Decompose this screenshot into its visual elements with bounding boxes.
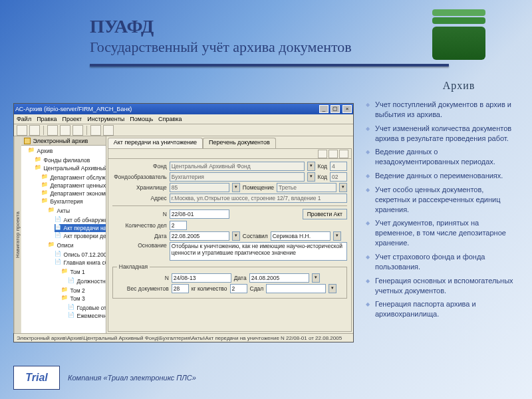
tab-act[interactable]: Акт передачи на уничтожение: [108, 138, 203, 148]
menu-edit[interactable]: Правка: [37, 116, 57, 122]
tree-node-root[interactable]: Архив: [28, 147, 106, 155]
tree-node[interactable]: Том 1: [61, 268, 106, 276]
panel-button[interactable]: [318, 150, 327, 158]
toolbar-button[interactable]: [47, 125, 58, 136]
tree-item[interactable]: Акт проверки дел фонда N 24-08/01 от 24.…: [55, 232, 106, 240]
fobr-label: Фондообразователь: [112, 174, 167, 180]
workspace: Навигатор проекта Электронный архив Архи…: [14, 136, 353, 333]
tree-header: Электронный архив: [21, 136, 106, 146]
tree-item[interactable]: Должностная инструкция Главного бухгалте…: [68, 277, 106, 285]
addr-input: г.Москва, ул.Открытое шоссе, строение 12…: [170, 194, 347, 203]
osn-input[interactable]: Отобраны к уничтожению, как не имеющие н…: [170, 242, 347, 261]
menu-project[interactable]: Проект: [63, 116, 82, 122]
panel-button[interactable]: [329, 150, 338, 158]
nakl-n-label: N: [117, 275, 169, 281]
tree-node-akty[interactable]: Акты: [48, 207, 106, 215]
bullet: Учет страхового фонда и фонда пользовани…: [366, 252, 519, 272]
qty-input[interactable]: 2: [170, 221, 187, 230]
tree-node[interactable]: Том 3: [61, 295, 106, 303]
ves-unit: кг количество: [192, 285, 227, 292]
panel-button[interactable]: [339, 150, 348, 158]
tree-node[interactable]: Бухгалтерия: [41, 198, 106, 205]
close-button[interactable]: ×: [342, 105, 352, 113]
tree-item[interactable]: Опись 07.12.2005: [55, 251, 106, 259]
form-panel: Фонд Центральный Архивный Фонд ▾ Код 4 Ф…: [108, 148, 352, 332]
toolbar-button[interactable]: [60, 125, 70, 136]
menu-help[interactable]: Помощь: [130, 116, 153, 122]
tree-item-selected[interactable]: Акт передачи на уничтожение N 22/08-01 о…: [55, 224, 106, 232]
maximize-button[interactable]: ▢: [331, 105, 340, 113]
ves-qty-input[interactable]: 2: [230, 284, 247, 293]
bullet: Учет поступлений документов в архив и вы…: [366, 100, 519, 120]
slide-subtitle: Государственный учёт архива документов: [90, 39, 449, 56]
tree-item[interactable]: Годовые отчеты по выплатам налогов в бюд…: [68, 304, 106, 312]
bullet: Ведение данных о незадокументированных п…: [366, 147, 519, 167]
nakl-n-input[interactable]: 24/08-13: [172, 273, 231, 283]
archive-logo-label: Архив: [426, 80, 492, 92]
addr-label: Адрес: [112, 195, 167, 201]
calendar-icon[interactable]: ▾: [312, 273, 320, 283]
folder-icon: [24, 138, 31, 144]
toolbar-button[interactable]: [72, 125, 83, 136]
nakl-legend: Накладная: [117, 263, 150, 270]
tree-node-opisi[interactable]: Описи: [48, 241, 106, 249]
window-controls: _ ▢ ×: [319, 105, 352, 113]
content-panel: Акт передачи на уничтожение Перечень док…: [106, 136, 353, 333]
pom-input[interactable]: Третье: [277, 183, 336, 192]
window-titlebar[interactable]: АС-Архив (itipio-server/FIRM_ARCH_Банк) …: [14, 104, 353, 114]
tree-node[interactable]: Фонды филиалов: [35, 156, 106, 164]
calendar-icon[interactable]: ▾: [232, 231, 240, 241]
menu-file[interactable]: Файл: [17, 116, 31, 122]
kod2-input[interactable]: 02: [330, 172, 347, 182]
dropdown-icon[interactable]: ▾: [307, 162, 315, 171]
dropdown-icon[interactable]: ▾: [339, 183, 347, 192]
tree-item[interactable]: Ежемесячные расчетычаи по расчетному сче…: [68, 312, 106, 320]
menu-tools[interactable]: Инструменты: [87, 116, 124, 122]
tab-docs[interactable]: Перечень документов: [203, 138, 276, 148]
nakl-date-input[interactable]: 24.08.2005: [249, 273, 309, 283]
toolbar-button[interactable]: [90, 125, 101, 136]
toolbar-button[interactable]: [29, 125, 40, 136]
n-input[interactable]: 22/08-01: [170, 209, 229, 219]
ves-label: Вес документов: [117, 285, 169, 292]
kod-input[interactable]: 4: [330, 162, 347, 171]
window-title: АС-Архив (itipio-server/FIRM_ARCH_Банк): [15, 106, 132, 112]
navigator-sidebar-tab[interactable]: Навигатор проекта: [14, 136, 21, 333]
slide-title: ПУАФД: [90, 16, 449, 37]
content-tabs: Акт передачи на уничтожение Перечень док…: [108, 138, 352, 148]
fond-label: Фонд: [112, 163, 167, 170]
date-input[interactable]: 22.08.2005: [170, 231, 229, 241]
toolbar-button[interactable]: [103, 125, 114, 136]
dropdown-icon[interactable]: ▾: [333, 231, 341, 241]
minimize-button[interactable]: _: [319, 105, 329, 113]
tree-item[interactable]: Главная книга сберегательного банка за 2…: [55, 259, 106, 267]
slide-footer: Trial Компания «Триал электроникс ПЛС»: [13, 366, 196, 390]
form-separator: [112, 205, 347, 206]
tree-node[interactable]: Том 2: [61, 287, 106, 295]
fobr-input[interactable]: Бухгалтерия: [170, 172, 305, 182]
dropdown-icon[interactable]: ▾: [307, 172, 315, 182]
company-name: Компания «Триал электроникс ПЛС»: [68, 374, 196, 382]
tree-node[interactable]: Департамент обслуживания юридических лиц…: [41, 174, 106, 182]
tree-node[interactable]: Департамент ценных бумаг: [41, 182, 106, 190]
tree-node[interactable]: Департамент экономического прогнозирован…: [41, 190, 106, 198]
tree-item[interactable]: Акт об обнаружении N 25/08-01 от 25.08.2…: [55, 216, 106, 224]
title-rule: [90, 64, 449, 66]
panel-toolbar: [108, 149, 351, 159]
run-act-button[interactable]: Провести Акт: [303, 209, 347, 219]
menu-about[interactable]: Справка: [158, 116, 182, 122]
fond-input[interactable]: Центральный Архивный Фонд: [170, 162, 305, 171]
hran-input[interactable]: 85: [170, 183, 229, 192]
sdal-input[interactable]: [266, 284, 326, 293]
ves-input[interactable]: 28: [172, 284, 189, 293]
dropdown-icon[interactable]: ▾: [329, 284, 336, 293]
tree-node[interactable]: Центральный Архивный Фонд: [35, 164, 106, 172]
bullet: Генерация основных и вспомогательных уче…: [366, 276, 519, 296]
sost-input[interactable]: Серикова Н.Н.: [271, 231, 331, 241]
toolbar-button[interactable]: [17, 125, 27, 136]
bullet: Учет изменений количества документов арх…: [366, 124, 519, 144]
toolbar-sep: [86, 126, 87, 135]
toolbar-sep: [43, 126, 44, 135]
archive-logo: Архив: [426, 27, 492, 92]
dropdown-icon[interactable]: ▾: [232, 183, 240, 192]
